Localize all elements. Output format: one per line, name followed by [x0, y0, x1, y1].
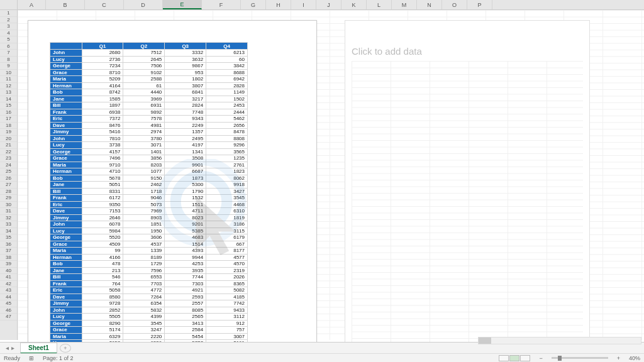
value-cell[interactable]: 3186 [206, 221, 248, 228]
row-header-33[interactable]: 33 [0, 221, 17, 228]
value-cell[interactable]: 9892 [123, 109, 165, 116]
value-cell[interactable]: 2680 [82, 50, 123, 57]
table-row[interactable]: Grace871091029538688 [50, 69, 248, 76]
row-header-21[interactable]: 21 [0, 142, 17, 149]
name-cell[interactable]: Jimmy [50, 129, 82, 136]
col-header-D[interactable]: D [124, 0, 163, 9]
table-row[interactable]: Bob8742444068411149 [50, 89, 248, 96]
name-cell[interactable]: George [50, 320, 82, 327]
name-cell[interactable]: Frank [50, 195, 82, 202]
value-cell[interactable]: 7506 [123, 63, 165, 70]
name-cell[interactable]: Grace [50, 69, 82, 76]
value-cell[interactable]: 1790 [165, 188, 206, 195]
value-cell[interactable]: 99 [82, 248, 123, 255]
value-cell[interactable]: 4399 [123, 314, 165, 321]
value-cell[interactable]: 478 [82, 261, 123, 268]
value-cell[interactable]: 9867 [165, 63, 206, 70]
name-cell[interactable]: Jane [50, 96, 82, 102]
row-header-30[interactable]: 30 [0, 202, 17, 209]
value-cell[interactable]: 1851 [123, 221, 165, 228]
value-cell[interactable]: 5505 [82, 314, 123, 321]
value-cell[interactable]: 6310 [206, 208, 248, 215]
name-cell[interactable]: George [50, 63, 82, 70]
value-cell[interactable]: 2824 [165, 102, 206, 109]
value-cell[interactable]: 4166 [82, 254, 123, 261]
row-header-23[interactable]: 23 [0, 155, 17, 162]
value-cell[interactable]: 3807 [165, 82, 206, 89]
value-cell[interactable]: 3545 [123, 320, 165, 327]
name-cell[interactable]: John [50, 307, 82, 314]
row-header-2[interactable]: 2 [0, 17, 17, 24]
value-cell[interactable]: 6687 [165, 168, 206, 175]
value-cell[interactable]: 9201 [165, 221, 206, 228]
row-header-46[interactable]: 46 [0, 307, 17, 314]
value-cell[interactable]: 4185 [206, 293, 248, 300]
value-cell[interactable]: 2852 [82, 307, 123, 314]
row-header-28[interactable]: 28 [0, 189, 17, 195]
table-row[interactable]: Lucy27362645363260 [50, 56, 248, 63]
value-cell[interactable]: 953 [165, 69, 206, 76]
view-page-layout-button[interactable] [509, 355, 519, 361]
value-cell[interactable]: 1897 [82, 102, 123, 109]
horizontal-scrollbar[interactable] [478, 337, 641, 344]
name-cell[interactable]: Jane [50, 267, 82, 274]
col-header-O[interactable]: O [442, 0, 467, 9]
row-header-1[interactable]: 1 [0, 10, 17, 17]
table-row[interactable]: Herman4166818999444577 [50, 254, 248, 261]
value-cell[interactable]: 7969 [123, 208, 165, 215]
row-header-5[interactable]: 5 [0, 36, 17, 43]
col-header-A[interactable]: A [18, 0, 46, 9]
add-data-placeholder[interactable]: Click to add data [352, 46, 422, 57]
value-cell[interactable]: 1729 [123, 261, 165, 268]
value-cell[interactable]: 8903 [123, 214, 165, 221]
value-cell[interactable]: 8290 [82, 320, 123, 327]
table-row[interactable]: Eric7372757893435462 [50, 116, 248, 123]
table-row[interactable]: Grace517432472584757 [50, 327, 248, 334]
value-cell[interactable]: 2736 [82, 56, 123, 63]
zoom-level[interactable]: 40% [629, 355, 640, 361]
value-cell[interactable]: 5300 [165, 182, 206, 189]
name-cell[interactable]: Bob [50, 175, 82, 182]
name-cell[interactable]: Bill [50, 188, 82, 195]
value-cell[interactable]: 3632 [165, 56, 206, 63]
value-cell[interactable]: 8203 [123, 162, 165, 168]
value-cell[interactable]: 1357 [165, 129, 206, 136]
value-cell[interactable]: 3115 [206, 228, 248, 234]
value-cell[interactable]: 8710 [82, 69, 123, 76]
value-cell[interactable]: 2828 [206, 82, 248, 89]
value-cell[interactable]: 5209 [82, 76, 123, 83]
value-cell[interactable]: 2462 [123, 182, 165, 189]
col-header-H[interactable]: H [266, 0, 291, 9]
table-row[interactable]: George5520360646836179 [50, 234, 248, 241]
name-cell[interactable]: Maria [50, 76, 82, 83]
add-sheet-button[interactable]: + [60, 344, 71, 353]
value-cell[interactable]: 2974 [123, 129, 165, 136]
page-2[interactable]: Click to add data [345, 20, 590, 350]
table-row[interactable]: Bill546655377442026 [50, 274, 248, 281]
value-cell[interactable]: 1401 [123, 148, 165, 155]
name-cell[interactable]: Lucy [50, 314, 82, 321]
value-cell[interactable]: 3413 [165, 320, 206, 327]
value-cell[interactable]: 9046 [123, 195, 165, 202]
table-row[interactable]: George4157140113413565 [50, 148, 248, 155]
table-row[interactable]: Jimmy9728635425577742 [50, 300, 248, 307]
row-header-24[interactable]: 24 [0, 162, 17, 169]
col-header-J[interactable]: J [316, 0, 341, 9]
value-cell[interactable]: 2593 [165, 293, 206, 300]
table-row[interactable]: Lucy5984195053853115 [50, 228, 248, 234]
value-cell[interactable]: 4921 [165, 287, 206, 294]
zoom-in-button[interactable]: + [617, 355, 620, 361]
table-row[interactable]: Dave8476498122492656 [50, 122, 248, 129]
value-cell[interactable]: 7596 [123, 267, 165, 274]
table-row[interactable]: Dave7153796947116310 [50, 208, 248, 215]
name-cell[interactable]: Grace [50, 241, 82, 248]
value-cell[interactable]: 4981 [123, 122, 165, 129]
value-cell[interactable]: 9918 [206, 182, 248, 189]
value-cell[interactable]: 213 [82, 267, 123, 274]
value-cell[interactable]: 7234 [82, 63, 123, 70]
name-cell[interactable]: Grace [50, 155, 82, 162]
table-header-cell[interactable]: Q4 [206, 43, 248, 50]
value-cell[interactable]: 3508 [165, 155, 206, 162]
table-row[interactable]: Lucy3738307141979296 [50, 142, 248, 149]
value-cell[interactable]: 2444 [206, 109, 248, 116]
